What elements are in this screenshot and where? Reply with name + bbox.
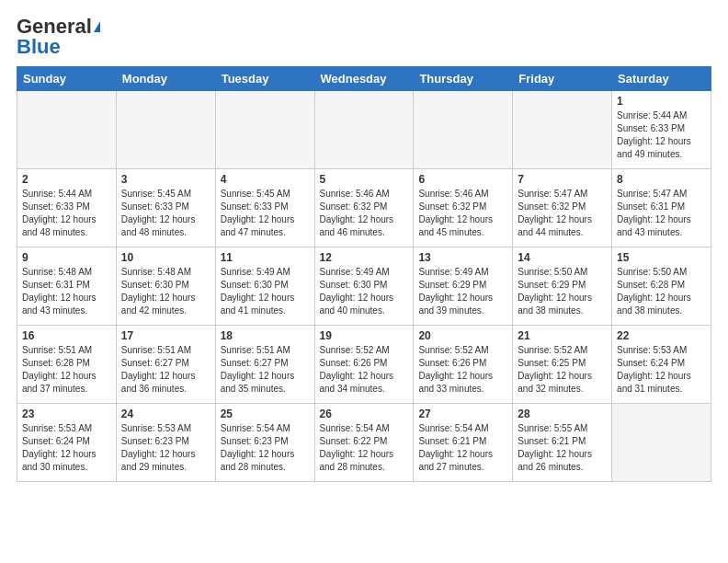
- day-number: 13: [418, 251, 507, 264]
- week-row-1: 2Sunrise: 5:44 AM Sunset: 6:33 PM Daylig…: [17, 169, 711, 247]
- day-info: Sunrise: 5:50 AM Sunset: 6:29 PM Dayligh…: [518, 266, 607, 317]
- calendar-cell: 8Sunrise: 5:47 AM Sunset: 6:31 PM Daylig…: [612, 169, 711, 247]
- weekday-header-row: SundayMondayTuesdayWednesdayThursdayFrid…: [17, 67, 711, 91]
- day-info: Sunrise: 5:44 AM Sunset: 6:33 PM Dayligh…: [617, 109, 706, 161]
- calendar-cell: 28Sunrise: 5:55 AM Sunset: 6:21 PM Dayli…: [513, 404, 612, 482]
- calendar-cell: 19Sunrise: 5:52 AM Sunset: 6:26 PM Dayli…: [314, 326, 414, 404]
- day-number: 16: [22, 329, 111, 342]
- day-number: 2: [22, 173, 111, 186]
- calendar-cell: 16Sunrise: 5:51 AM Sunset: 6:28 PM Dayli…: [17, 326, 117, 404]
- day-info: Sunrise: 5:49 AM Sunset: 6:29 PM Dayligh…: [418, 266, 507, 317]
- calendar-cell: 17Sunrise: 5:51 AM Sunset: 6:27 PM Dayli…: [116, 326, 215, 404]
- calendar-cell: 7Sunrise: 5:47 AM Sunset: 6:32 PM Daylig…: [513, 169, 612, 247]
- calendar-cell: 23Sunrise: 5:53 AM Sunset: 6:24 PM Dayli…: [17, 404, 117, 482]
- calendar-cell: [314, 91, 414, 169]
- day-number: 3: [121, 173, 210, 186]
- day-info: Sunrise: 5:45 AM Sunset: 6:33 PM Dayligh…: [221, 188, 310, 239]
- day-info: Sunrise: 5:47 AM Sunset: 6:31 PM Dayligh…: [617, 188, 706, 239]
- weekday-header-tuesday: Tuesday: [215, 67, 314, 91]
- day-number: 17: [121, 329, 210, 342]
- calendar-cell: 27Sunrise: 5:54 AM Sunset: 6:21 PM Dayli…: [414, 404, 513, 482]
- calendar-cell: [215, 91, 314, 169]
- logo-triangle-icon: [94, 21, 100, 32]
- day-info: Sunrise: 5:54 AM Sunset: 6:22 PM Dayligh…: [320, 422, 409, 474]
- day-number: 19: [320, 329, 409, 342]
- calendar-cell: 3Sunrise: 5:45 AM Sunset: 6:33 PM Daylig…: [116, 169, 215, 247]
- day-number: 28: [518, 408, 607, 420]
- day-number: 22: [617, 329, 706, 342]
- day-info: Sunrise: 5:51 AM Sunset: 6:28 PM Dayligh…: [22, 344, 111, 396]
- day-number: 20: [418, 329, 507, 342]
- day-info: Sunrise: 5:48 AM Sunset: 6:31 PM Dayligh…: [22, 266, 111, 317]
- calendar-cell: 5Sunrise: 5:46 AM Sunset: 6:32 PM Daylig…: [314, 169, 414, 247]
- weekday-header-saturday: Saturday: [612, 67, 711, 91]
- day-info: Sunrise: 5:55 AM Sunset: 6:21 PM Dayligh…: [518, 422, 607, 474]
- calendar-header: SundayMondayTuesdayWednesdayThursdayFrid…: [17, 67, 711, 91]
- weekday-header-friday: Friday: [513, 67, 612, 91]
- logo-general-text: General: [17, 17, 92, 37]
- day-number: 25: [221, 408, 310, 420]
- day-number: 5: [320, 173, 409, 186]
- calendar-cell: 1Sunrise: 5:44 AM Sunset: 6:33 PM Daylig…: [612, 91, 711, 169]
- day-number: 26: [320, 408, 409, 420]
- day-info: Sunrise: 5:48 AM Sunset: 6:30 PM Dayligh…: [121, 266, 210, 317]
- week-row-4: 23Sunrise: 5:53 AM Sunset: 6:24 PM Dayli…: [17, 404, 711, 482]
- day-info: Sunrise: 5:52 AM Sunset: 6:25 PM Dayligh…: [518, 344, 607, 396]
- day-number: 18: [221, 329, 310, 342]
- week-row-2: 9Sunrise: 5:48 AM Sunset: 6:31 PM Daylig…: [17, 247, 711, 326]
- day-info: Sunrise: 5:50 AM Sunset: 6:28 PM Dayligh…: [617, 266, 706, 317]
- weekday-header-thursday: Thursday: [414, 67, 513, 91]
- calendar-cell: 6Sunrise: 5:46 AM Sunset: 6:32 PM Daylig…: [414, 169, 513, 247]
- day-info: Sunrise: 5:54 AM Sunset: 6:21 PM Dayligh…: [418, 422, 507, 474]
- weekday-header-wednesday: Wednesday: [314, 67, 414, 91]
- day-info: Sunrise: 5:53 AM Sunset: 6:24 PM Dayligh…: [617, 344, 706, 396]
- day-info: Sunrise: 5:46 AM Sunset: 6:32 PM Dayligh…: [418, 188, 507, 239]
- day-info: Sunrise: 5:51 AM Sunset: 6:27 PM Dayligh…: [121, 344, 210, 396]
- calendar-cell: 21Sunrise: 5:52 AM Sunset: 6:25 PM Dayli…: [513, 326, 612, 404]
- day-number: 11: [221, 251, 310, 264]
- day-info: Sunrise: 5:53 AM Sunset: 6:23 PM Dayligh…: [121, 422, 210, 474]
- day-number: 6: [418, 173, 507, 186]
- day-number: 27: [418, 408, 507, 420]
- day-number: 14: [518, 251, 607, 264]
- weekday-header-monday: Monday: [116, 67, 215, 91]
- day-info: Sunrise: 5:52 AM Sunset: 6:26 PM Dayligh…: [320, 344, 409, 396]
- calendar-cell: [414, 91, 513, 169]
- day-info: Sunrise: 5:52 AM Sunset: 6:26 PM Dayligh…: [418, 344, 507, 396]
- day-info: Sunrise: 5:47 AM Sunset: 6:32 PM Dayligh…: [518, 188, 607, 239]
- header: General Blue: [17, 17, 711, 57]
- calendar-cell: 18Sunrise: 5:51 AM Sunset: 6:27 PM Dayli…: [215, 326, 314, 404]
- day-number: 1: [617, 95, 706, 108]
- calendar-cell: 9Sunrise: 5:48 AM Sunset: 6:31 PM Daylig…: [17, 247, 117, 326]
- calendar-cell: 2Sunrise: 5:44 AM Sunset: 6:33 PM Daylig…: [17, 169, 117, 247]
- calendar-cell: [513, 91, 612, 169]
- logo-blue-text: Blue: [17, 37, 61, 57]
- day-number: 15: [617, 251, 706, 264]
- day-number: 8: [617, 173, 706, 186]
- day-number: 7: [518, 173, 607, 186]
- calendar-cell: [612, 404, 711, 482]
- day-number: 23: [22, 408, 111, 420]
- page: General Blue SundayMondayTuesdayWednesda…: [0, 0, 728, 499]
- day-number: 10: [121, 251, 210, 264]
- calendar-cell: 12Sunrise: 5:49 AM Sunset: 6:30 PM Dayli…: [314, 247, 414, 326]
- calendar-cell: 4Sunrise: 5:45 AM Sunset: 6:33 PM Daylig…: [215, 169, 314, 247]
- week-row-0: 1Sunrise: 5:44 AM Sunset: 6:33 PM Daylig…: [17, 91, 711, 169]
- day-info: Sunrise: 5:46 AM Sunset: 6:32 PM Dayligh…: [320, 188, 409, 239]
- calendar-body: 1Sunrise: 5:44 AM Sunset: 6:33 PM Daylig…: [17, 91, 711, 482]
- day-number: 9: [22, 251, 111, 264]
- calendar-cell: 26Sunrise: 5:54 AM Sunset: 6:22 PM Dayli…: [314, 404, 414, 482]
- calendar-cell: 11Sunrise: 5:49 AM Sunset: 6:30 PM Dayli…: [215, 247, 314, 326]
- calendar-cell: 14Sunrise: 5:50 AM Sunset: 6:29 PM Dayli…: [513, 247, 612, 326]
- logo: General Blue: [17, 17, 100, 57]
- day-info: Sunrise: 5:49 AM Sunset: 6:30 PM Dayligh…: [320, 266, 409, 317]
- week-row-3: 16Sunrise: 5:51 AM Sunset: 6:28 PM Dayli…: [17, 326, 711, 404]
- calendar-cell: 20Sunrise: 5:52 AM Sunset: 6:26 PM Dayli…: [414, 326, 513, 404]
- day-number: 4: [221, 173, 310, 186]
- day-number: 21: [518, 329, 607, 342]
- calendar-cell: 24Sunrise: 5:53 AM Sunset: 6:23 PM Dayli…: [116, 404, 215, 482]
- calendar-cell: 13Sunrise: 5:49 AM Sunset: 6:29 PM Dayli…: [414, 247, 513, 326]
- calendar-cell: 25Sunrise: 5:54 AM Sunset: 6:23 PM Dayli…: [215, 404, 314, 482]
- weekday-header-sunday: Sunday: [17, 67, 117, 91]
- day-info: Sunrise: 5:54 AM Sunset: 6:23 PM Dayligh…: [221, 422, 310, 474]
